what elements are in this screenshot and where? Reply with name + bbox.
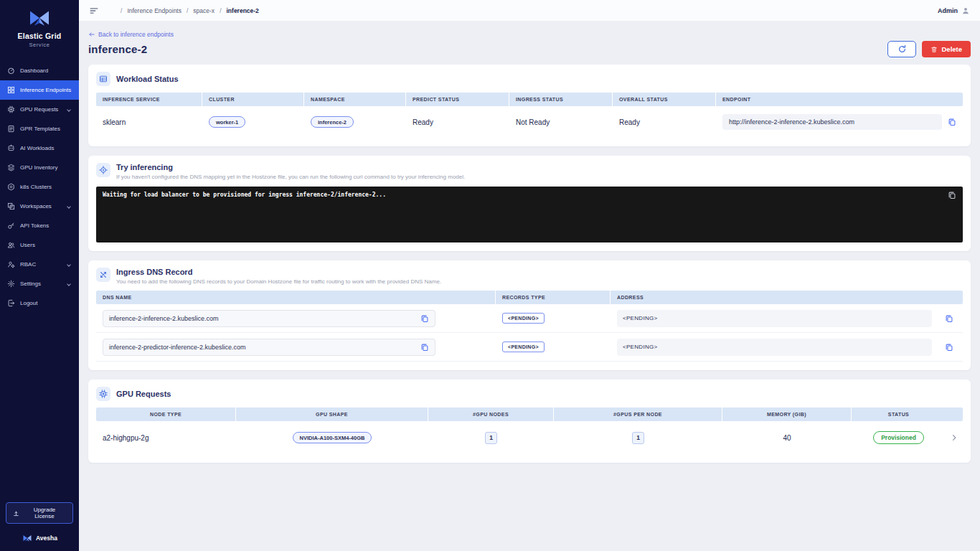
copy-icon (945, 314, 953, 323)
user-name: Admin (938, 7, 958, 14)
breadcrumb-item[interactable]: space-x (182, 7, 215, 14)
status-badge: Provisioned (873, 431, 924, 444)
copy-icon (948, 118, 956, 126)
sidebar-item-users[interactable]: Users (0, 235, 79, 255)
gpu-inventory-icon (7, 164, 15, 171)
dns-record-row: inference-2-inference-2.kubeslice.com <P… (96, 304, 963, 333)
copy-icon (420, 314, 429, 323)
hamburger-icon[interactable] (89, 6, 99, 16)
overall-status-value: Ready (619, 118, 640, 126)
column-header: Namespace (304, 93, 406, 106)
dns-name-field: inference-2-predictor-inference-2.kubesl… (103, 339, 435, 356)
dns-name-field: inference-2-inference-2.kubeslice.com (103, 310, 435, 327)
node-type-value: a2-highgpu-2g (103, 434, 149, 442)
gpu-requests-icon (7, 105, 15, 113)
copy-icon (948, 191, 956, 199)
delete-button[interactable]: Delete (922, 41, 971, 57)
namespace-badge: inference-2 (311, 116, 354, 128)
try-inferencing-icon (99, 166, 108, 174)
copy-icon (945, 343, 953, 352)
copy-terminal-button[interactable] (948, 191, 956, 199)
logo-title: Elastic Grid (4, 32, 75, 40)
gpus-per-node-value: 1 (632, 432, 644, 444)
copy-endpoint-button[interactable] (948, 118, 956, 126)
card-header: Ingress DNS Record You need to add the f… (96, 268, 963, 285)
refresh-icon (897, 44, 907, 54)
copy-address-button[interactable] (945, 343, 953, 352)
sidebar-item-ai-workloads[interactable]: AI Workloads (0, 138, 79, 158)
chevron-right-icon[interactable] (950, 433, 958, 442)
card-title: Workload Status (116, 75, 179, 83)
chevron-down-icon (67, 282, 71, 286)
column-header: Address (611, 291, 938, 304)
sidebar-item-inference-endpoints[interactable]: Inference Endpoints (0, 80, 79, 100)
workload-status-icon (99, 75, 108, 83)
address-field: <PENDING> (617, 310, 932, 327)
title-actions: Delete (887, 41, 971, 57)
column-header: Records Type (496, 291, 611, 304)
dns-rows: inference-2-inference-2.kubeslice.com <P… (96, 304, 963, 362)
column-header: #GPUs per Node (554, 408, 722, 421)
workload-table-header: Inference ServiceClusterNamespacePredict… (96, 93, 963, 106)
column-header: Node Type (96, 408, 236, 421)
copy-address-button[interactable] (945, 314, 953, 323)
breadcrumb-item[interactable]: inference-2 (215, 7, 259, 14)
sidebar: Elastic Grid Service Dashboard Inference… (0, 0, 79, 551)
ingress-dns-icon (99, 270, 108, 279)
column-header: Predict Status (406, 93, 509, 106)
dashboard-icon (7, 67, 15, 75)
upgrade-icon (13, 510, 19, 517)
avesha-logo-icon (22, 534, 33, 542)
refresh-button[interactable] (887, 41, 916, 57)
chevron-down-icon (67, 204, 71, 209)
chevron-down-icon (67, 108, 71, 112)
api-tokens-icon (7, 222, 15, 230)
dns-table-header: DNS NameRecords TypeAddress (96, 291, 963, 304)
column-header: GPU Shape (236, 408, 428, 421)
dns-record-row: inference-2-predictor-inference-2.kubesl… (96, 333, 963, 362)
page-title: inference-2 (88, 43, 147, 55)
column-header: Endpoint (716, 93, 963, 106)
inference-endpoints-icon (7, 86, 15, 94)
sidebar-item-k8s-clusters[interactable]: k8s Clusters (0, 177, 79, 197)
workload-row: sklearn worker-1 inference-2 Ready Not R… (96, 106, 963, 138)
inference-service-value: sklearn (103, 118, 126, 126)
column-header: Inference Service (96, 93, 202, 106)
sidebar-item-dashboard[interactable]: Dashboard (0, 61, 79, 80)
sidebar-item-settings[interactable]: Settings (0, 274, 79, 293)
user-menu[interactable]: Admin (938, 6, 970, 15)
card-header: GPU Requests (96, 387, 963, 401)
avesha-brand: Avesha (6, 534, 73, 542)
sidebar-item-gpr-templates[interactable]: GPR Templates (0, 119, 79, 138)
upgrade-license-button[interactable]: Upgrade License (6, 502, 73, 524)
try-inferencing-card: Try inferencing If you haven't configure… (88, 156, 971, 251)
sidebar-item-gpu-requests[interactable]: GPU Requests (0, 100, 79, 119)
back-link[interactable]: Back to inference endpoints (88, 31, 174, 38)
sidebar-item-workspaces[interactable]: Workspaces (0, 197, 79, 216)
elastic-grid-logo (26, 9, 53, 27)
gpr-templates-icon (7, 125, 15, 133)
records-type-badge: <PENDING> (502, 313, 545, 324)
workload-status-card: Workload Status Inference ServiceCluster… (88, 65, 971, 146)
title-row: inference-2 Delete (88, 41, 971, 57)
sidebar-item-rbac[interactable]: RBAC (0, 255, 79, 274)
card-header: Try inferencing If you haven't configure… (96, 163, 963, 180)
copy-dns-name-button[interactable] (420, 343, 429, 352)
sidebar-item-api-tokens[interactable]: API Tokens (0, 216, 79, 235)
column-header: Ingress Status (509, 93, 613, 106)
copy-dns-name-button[interactable] (420, 314, 429, 323)
trash-icon (930, 46, 938, 53)
back-arrow-icon (88, 31, 95, 38)
breadcrumb-item[interactable]: Inference Endpoints (105, 7, 182, 14)
card-subtitle: You need to add the following DNS record… (116, 278, 441, 285)
rbac-icon (7, 260, 15, 268)
column-header: Overall Status (613, 93, 716, 106)
sidebar-item-logout[interactable]: Logout (0, 293, 79, 313)
sidebar-item-gpu-inventory[interactable]: GPU Inventory (0, 158, 79, 177)
column-header: Memory (GiB) (722, 408, 852, 421)
gpu-request-row[interactable]: a2-highgpu-2g NVIDIA-A100-SXM4-40GB 1 1 … (96, 421, 963, 454)
card-subtitle: If you haven't configured the DNS mappin… (116, 174, 465, 180)
k8s-clusters-icon (7, 183, 15, 191)
page-content: Back to inference endpoints inference-2 … (79, 22, 980, 551)
card-title: GPU Requests (116, 390, 171, 398)
